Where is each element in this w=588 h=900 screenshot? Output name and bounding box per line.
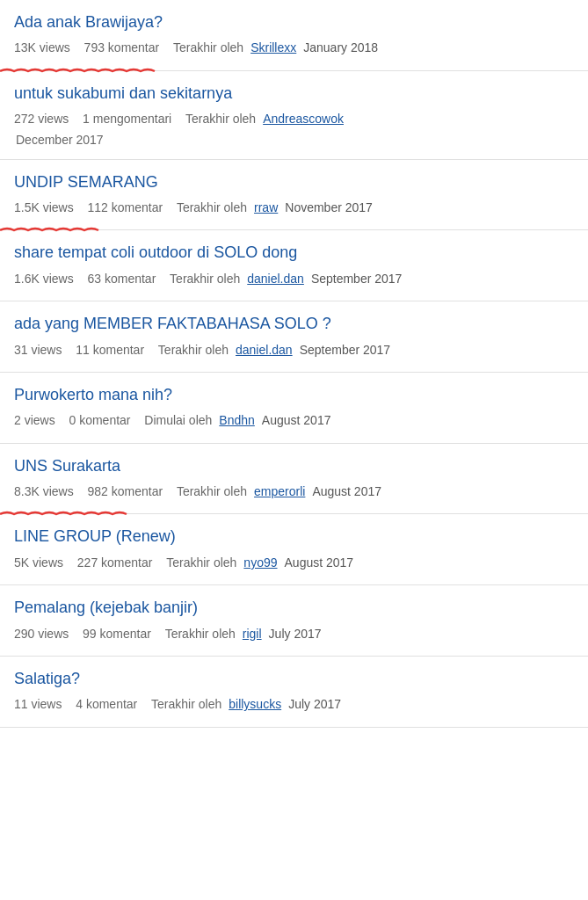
thread-views: 1.6K views — [14, 269, 74, 288]
thread-views: 2 views — [14, 410, 55, 430]
thread-item: UNS Surakarta8.3K views 982 komentar Ter… — [0, 444, 588, 515]
thread-last-label: Terakhir oleh — [177, 198, 247, 217]
meta-separator — [72, 109, 79, 128]
meta-separator — [59, 410, 66, 430]
thread-meta: 290 views 99 komentar Terakhir oleh rigi… — [14, 624, 574, 643]
meta-separator2 — [166, 482, 173, 501]
thread-comments: 982 komentar — [87, 482, 163, 501]
thread-date: November 2017 — [285, 198, 373, 217]
thread-title[interactable]: Purwokerto mana nih? — [14, 385, 574, 405]
thread-title[interactable]: Salatiga? — [14, 669, 574, 689]
thread-last-label: Terakhir oleh — [165, 624, 236, 643]
thread-meta: 1.5K views 112 komentar Terakhir oleh rr… — [14, 198, 574, 217]
thread-date: August 2017 — [312, 482, 381, 501]
thread-item: untuk sukabumi dan sekitarnya272 views 1… — [0, 71, 588, 160]
thread-last-label: Terakhir oleh — [158, 340, 229, 359]
thread-comments: 112 komentar — [87, 198, 163, 217]
thread-views: 11 views — [14, 694, 62, 714]
thread-author[interactable]: Bndhn — [219, 410, 254, 430]
meta-separator2 — [163, 38, 170, 57]
thread-views: 5K views — [14, 553, 63, 572]
thread-date: August 2017 — [262, 410, 331, 430]
thread-comments: 11 komentar — [76, 340, 144, 359]
thread-title[interactable]: LINE GROUP (Renew) — [14, 526, 574, 547]
thread-meta: 31 views 11 komentar Terakhir oleh danie… — [14, 340, 574, 359]
thread-meta: 1.6K views 63 komentar Terakhir oleh dan… — [14, 269, 574, 288]
thread-last-label: Terakhir oleh — [177, 482, 247, 501]
meta-separator2 — [159, 269, 166, 288]
meta-separator — [67, 553, 74, 572]
thread-title[interactable]: Pemalang (kejebak banjir) — [14, 598, 574, 618]
thread-last-label: Terakhir oleh — [173, 38, 243, 57]
thread-comments: 227 komentar — [77, 553, 153, 572]
thread-date: July 2017 — [269, 624, 322, 643]
thread-item: Ada anak Brawijaya?13K views 793 komenta… — [0, 0, 588, 71]
thread-author[interactable]: rraw — [254, 198, 278, 217]
thread-item: Salatiga?11 views 4 komentar Terakhir ol… — [0, 657, 588, 728]
thread-views: 8.3K views — [14, 482, 74, 501]
thread-meta: 13K views 793 komentar Terakhir oleh Skr… — [14, 38, 574, 57]
thread-author[interactable]: Skrillexx — [250, 38, 296, 57]
thread-comments: 63 komentar — [87, 269, 156, 288]
thread-meta: 8.3K views 982 komentar Terakhir oleh em… — [14, 482, 574, 501]
thread-author[interactable]: daniel.dan — [236, 340, 293, 359]
meta-separator — [77, 482, 84, 501]
thread-comments: 99 komentar — [83, 624, 151, 643]
thread-date: September 2017 — [300, 340, 391, 359]
thread-last-label: Terakhir oleh — [185, 109, 256, 128]
meta-separator2 — [166, 198, 173, 217]
meta-separator — [65, 694, 72, 714]
thread-date: December 2017 — [14, 133, 574, 147]
meta-separator — [72, 624, 79, 643]
thread-date: August 2017 — [285, 553, 354, 572]
meta-separator2 — [156, 553, 163, 572]
thread-last-label: Terakhir oleh — [166, 553, 236, 572]
meta-separator2 — [148, 340, 155, 359]
thread-views: 31 views — [14, 340, 62, 359]
thread-author[interactable]: rigil — [243, 624, 262, 643]
thread-meta: 11 views 4 komentar Terakhir oleh billys… — [14, 694, 574, 714]
thread-meta: 5K views 227 komentar Terakhir oleh nyo9… — [14, 553, 574, 572]
thread-comments: 793 komentar — [84, 38, 160, 57]
thread-author[interactable]: Andreascowok — [263, 109, 344, 128]
thread-title[interactable]: ada yang MEMBER FAKTABAHASA SOLO ? — [14, 314, 574, 334]
thread-meta: 2 views 0 komentar Dimulai oleh Bndhn Au… — [14, 410, 574, 430]
thread-item: Pemalang (kejebak banjir)290 views 99 ko… — [0, 585, 588, 657]
thread-comments: 4 komentar — [76, 694, 137, 714]
thread-author[interactable]: billysucks — [229, 694, 281, 714]
meta-separator2 — [175, 109, 182, 128]
thread-views: 272 views — [14, 109, 69, 128]
thread-date: July 2017 — [288, 694, 341, 714]
thread-author[interactable]: nyo99 — [243, 553, 277, 572]
thread-date: September 2017 — [311, 269, 403, 288]
thread-author[interactable]: daniel.dan — [247, 269, 304, 288]
thread-date: January 2018 — [303, 38, 378, 57]
thread-views: 13K views — [14, 38, 70, 57]
thread-item: Purwokerto mana nih?2 views 0 komentar D… — [0, 373, 588, 444]
meta-separator — [74, 38, 81, 57]
thread-title[interactable]: Ada anak Brawijaya? — [14, 12, 574, 33]
meta-separator — [77, 198, 84, 217]
thread-title[interactable]: UNDIP SEMARANG — [14, 172, 574, 192]
thread-author[interactable]: emperorli — [254, 482, 305, 501]
meta-separator2 — [141, 694, 148, 714]
thread-item: LINE GROUP (Renew)5K views 227 komentar … — [0, 514, 588, 585]
thread-title[interactable]: share tempat coli outdoor di SOLO dong — [14, 243, 574, 263]
thread-comments: 1 mengomentari — [83, 109, 171, 128]
thread-meta: 272 views 1 mengomentari Terakhir oleh A… — [14, 109, 574, 128]
thread-list: Ada anak Brawijaya?13K views 793 komenta… — [0, 0, 588, 728]
thread-item: ada yang MEMBER FAKTABAHASA SOLO ?31 vie… — [0, 301, 588, 373]
thread-comments: 0 komentar — [69, 410, 130, 430]
thread-title[interactable]: untuk sukabumi dan sekitarnya — [14, 83, 574, 104]
meta-separator2 — [155, 624, 162, 643]
thread-item: UNDIP SEMARANG1.5K views 112 komentar Te… — [0, 160, 588, 231]
thread-last-label: Terakhir oleh — [151, 694, 221, 714]
thread-title[interactable]: UNS Surakarta — [14, 456, 574, 476]
thread-last-label: Dimulai oleh — [144, 410, 212, 430]
thread-views: 290 views — [14, 624, 69, 643]
meta-separator2 — [134, 410, 142, 430]
thread-views: 1.5K views — [14, 198, 74, 217]
meta-separator — [65, 340, 72, 359]
thread-item: share tempat coli outdoor di SOLO dong1.… — [0, 230, 588, 301]
thread-last-label: Terakhir oleh — [170, 269, 240, 288]
